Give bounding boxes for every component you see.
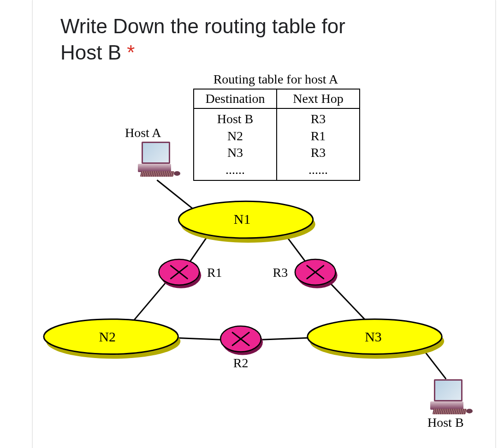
n2-label: N2 [99, 329, 116, 344]
question-line1: Write Down the routing table for [60, 15, 345, 37]
required-asterisk: * [127, 41, 135, 64]
n3-label: N3 [365, 329, 382, 344]
r3-label: R3 [273, 265, 288, 280]
network-diagram: Routing table for host A Destination Nex… [33, 66, 495, 425]
question-line2: Host B [60, 41, 127, 64]
r2-label: R2 [233, 356, 249, 370]
question-card: Write Down the routing table for Host B … [32, 0, 496, 448]
page: Write Down the routing table for Host B … [0, 0, 498, 448]
r1-label: R1 [207, 265, 222, 280]
question-text: Write Down the routing table for Host B … [33, 5, 495, 66]
topology-svg: N1 N2 N3 R1 R3 [33, 66, 495, 425]
n1-label: N1 [234, 211, 251, 227]
